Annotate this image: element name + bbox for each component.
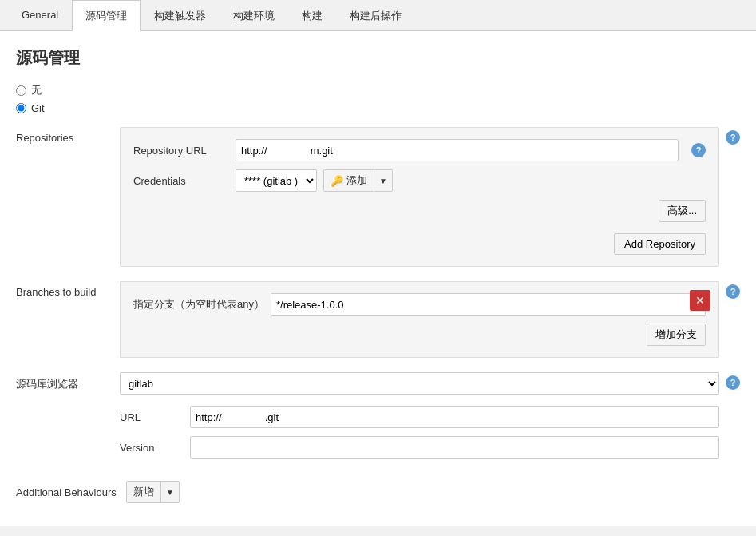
- add-behaviour-dropdown[interactable]: 新增 ▼: [126, 481, 180, 503]
- repo-url-label: Repository URL: [133, 145, 229, 157]
- tab-trigger[interactable]: 构建触发器: [141, 0, 220, 31]
- repositories-section: Repositories Repository URL ? Credential…: [16, 127, 740, 267]
- add-behaviour-arrow[interactable]: ▼: [161, 482, 179, 502]
- add-branch-row: 增加分支: [133, 324, 706, 346]
- branch-field-label: 指定分支（为空时代表any）: [133, 297, 264, 312]
- branch-row: 指定分支（为空时代表any）: [133, 293, 706, 316]
- radio-git-label: Git: [31, 102, 45, 114]
- add-credentials-dropdown[interactable]: 🔑 添加 ▼: [323, 169, 393, 192]
- radio-none[interactable]: [16, 85, 26, 96]
- radio-none-group: 无: [16, 83, 740, 97]
- branch-input[interactable]: [271, 293, 706, 316]
- branches-section: Branches to build ✕ 指定分支（为空时代表any） 增加分支 …: [16, 281, 740, 358]
- delete-branch-button[interactable]: ✕: [690, 290, 710, 311]
- browser-select[interactable]: gitlab: [120, 372, 719, 395]
- version-input[interactable]: [190, 436, 719, 459]
- browser-section: 源码库浏览器 gitlab URL Version ?: [16, 372, 740, 467]
- add-behaviour-main[interactable]: 新增: [127, 482, 161, 502]
- tab-post-build[interactable]: 构建后操作: [336, 0, 415, 31]
- repositories-label: Repositories: [16, 127, 120, 144]
- add-repository-button[interactable]: Add Repository: [614, 233, 706, 255]
- additional-behaviours-section: Additional Behaviours 新增 ▼: [16, 481, 740, 503]
- url-row: URL: [120, 406, 719, 428]
- branches-body: ✕ 指定分支（为空时代表any） 增加分支: [120, 281, 719, 358]
- repo-url-input[interactable]: [236, 139, 679, 161]
- url-label: URL: [120, 411, 184, 423]
- browser-help-icon[interactable]: ?: [726, 375, 740, 390]
- radio-git[interactable]: [16, 103, 26, 113]
- additional-label: Additional Behaviours: [16, 486, 120, 498]
- repo-url-help-icon[interactable]: ?: [691, 143, 706, 157]
- branches-help-icon[interactable]: ?: [726, 284, 740, 299]
- credentials-row: Credentials **** (gitlab ) 🔑 添加 ▼: [133, 169, 706, 192]
- tab-build[interactable]: 构建: [288, 0, 336, 31]
- add-credentials-main[interactable]: 🔑 添加: [324, 170, 374, 191]
- tab-env[interactable]: 构建环境: [220, 0, 288, 31]
- branches-label: Branches to build: [16, 281, 120, 298]
- repositories-body: Repository URL ? Credentials **** (gitla…: [120, 127, 719, 267]
- add-credentials-arrow[interactable]: ▼: [374, 170, 392, 191]
- tab-general[interactable]: General: [8, 0, 72, 31]
- add-repo-btn-row: Add Repository: [133, 233, 706, 255]
- add-credentials-label: 添加: [346, 173, 367, 188]
- add-branch-button[interactable]: 增加分支: [647, 324, 706, 346]
- version-label: Version: [120, 442, 184, 454]
- add-behaviour-label: 新增: [133, 485, 154, 499]
- main-content: 源码管理 无 Git Repositories Repository URL ?…: [0, 31, 756, 526]
- key-icon: 🔑: [331, 175, 343, 187]
- credentials-select[interactable]: **** (gitlab ): [236, 169, 317, 192]
- advanced-button[interactable]: 高级...: [659, 200, 706, 222]
- version-row: Version: [120, 436, 719, 459]
- repo-url-row: Repository URL ?: [133, 139, 706, 161]
- browser-select-row: gitlab: [120, 372, 719, 395]
- tabs-bar: General 源码管理 构建触发器 构建环境 构建 构建后操作: [0, 0, 756, 31]
- page-title: 源码管理: [16, 47, 740, 69]
- browser-body: gitlab URL Version: [120, 372, 719, 467]
- repositories-help-icon[interactable]: ?: [726, 130, 740, 145]
- url-input[interactable]: [190, 406, 719, 428]
- advanced-btn-row: 高级...: [133, 200, 706, 227]
- credentials-label: Credentials: [133, 175, 229, 187]
- browser-section-label: 源码库浏览器: [16, 372, 120, 391]
- radio-none-label: 无: [31, 83, 42, 97]
- radio-git-group: Git: [16, 102, 740, 114]
- tab-source[interactable]: 源码管理: [72, 0, 141, 31]
